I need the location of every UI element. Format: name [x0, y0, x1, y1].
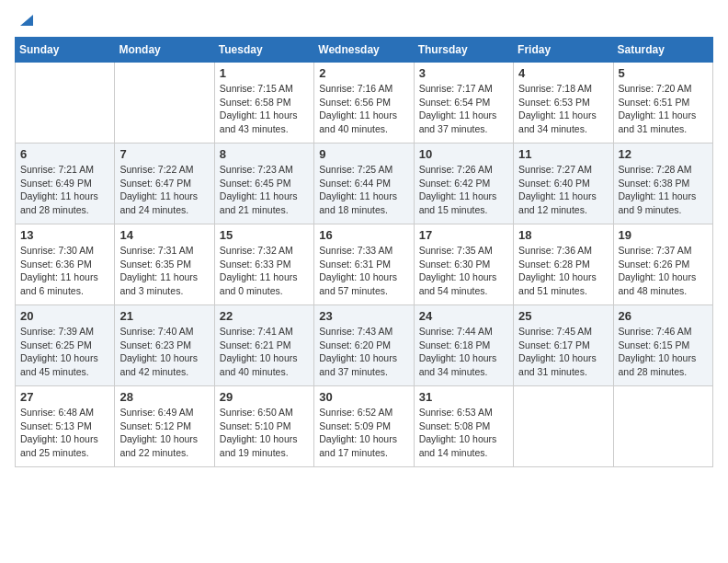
calendar-day-cell: 3Sunrise: 7:17 AM Sunset: 6:54 PM Daylig… — [414, 63, 513, 144]
day-number: 9 — [319, 147, 408, 161]
day-info: Sunrise: 7:23 AM Sunset: 6:45 PM Dayligh… — [220, 163, 309, 217]
day-info: Sunrise: 7:30 AM Sunset: 6:36 PM Dayligh… — [20, 244, 109, 298]
day-number: 15 — [220, 228, 309, 242]
day-number: 24 — [419, 309, 508, 323]
calendar-day-cell: 24Sunrise: 7:44 AM Sunset: 6:18 PM Dayli… — [414, 305, 513, 386]
calendar-day-cell: 4Sunrise: 7:18 AM Sunset: 6:53 PM Daylig… — [514, 63, 613, 144]
day-number: 26 — [619, 309, 708, 323]
calendar-day-cell: 14Sunrise: 7:31 AM Sunset: 6:35 PM Dayli… — [115, 224, 214, 305]
svg-marker-0 — [20, 15, 33, 26]
day-info: Sunrise: 7:33 AM Sunset: 6:31 PM Dayligh… — [319, 244, 408, 298]
day-number: 16 — [319, 228, 408, 242]
day-number: 23 — [319, 309, 408, 323]
day-info: Sunrise: 7:28 AM Sunset: 6:38 PM Dayligh… — [619, 163, 708, 217]
day-number: 10 — [419, 147, 508, 161]
day-info: Sunrise: 6:49 AM Sunset: 5:12 PM Dayligh… — [119, 406, 209, 460]
day-number: 14 — [119, 228, 209, 242]
day-info: Sunrise: 7:36 AM Sunset: 6:28 PM Dayligh… — [518, 244, 608, 298]
weekday-header-sunday: Sunday — [16, 38, 115, 63]
day-info: Sunrise: 7:44 AM Sunset: 6:18 PM Dayligh… — [419, 325, 508, 379]
day-info: Sunrise: 7:21 AM Sunset: 6:49 PM Dayligh… — [20, 163, 109, 217]
day-number: 22 — [220, 309, 309, 323]
day-number: 18 — [518, 228, 608, 242]
calendar-day-cell: 5Sunrise: 7:20 AM Sunset: 6:51 PM Daylig… — [613, 63, 712, 144]
calendar-empty-cell — [514, 386, 613, 467]
logo — [15, 15, 33, 28]
day-number: 2 — [319, 66, 408, 80]
weekday-header-wednesday: Wednesday — [314, 38, 414, 63]
calendar-empty-cell — [115, 63, 214, 144]
day-number: 4 — [518, 66, 608, 80]
day-info: Sunrise: 7:35 AM Sunset: 6:30 PM Dayligh… — [419, 244, 508, 298]
page-header — [15, 15, 713, 28]
day-number: 19 — [619, 228, 708, 242]
calendar-week-row: 13Sunrise: 7:30 AM Sunset: 6:36 PM Dayli… — [16, 224, 713, 305]
calendar-day-cell: 25Sunrise: 7:45 AM Sunset: 6:17 PM Dayli… — [514, 305, 613, 386]
day-number: 20 — [20, 309, 109, 323]
calendar-day-cell: 26Sunrise: 7:46 AM Sunset: 6:15 PM Dayli… — [613, 305, 712, 386]
calendar-day-cell: 12Sunrise: 7:28 AM Sunset: 6:38 PM Dayli… — [613, 144, 712, 224]
day-info: Sunrise: 7:18 AM Sunset: 6:53 PM Dayligh… — [518, 82, 608, 136]
day-number: 12 — [619, 147, 708, 161]
day-number: 13 — [20, 228, 109, 242]
day-number: 3 — [419, 66, 508, 80]
weekday-header-tuesday: Tuesday — [214, 38, 313, 63]
day-number: 31 — [419, 390, 508, 404]
weekday-header-saturday: Saturday — [613, 38, 712, 63]
day-number: 5 — [619, 66, 708, 80]
day-info: Sunrise: 7:45 AM Sunset: 6:17 PM Dayligh… — [518, 325, 608, 379]
day-info: Sunrise: 6:50 AM Sunset: 5:10 PM Dayligh… — [220, 406, 309, 460]
day-info: Sunrise: 7:41 AM Sunset: 6:21 PM Dayligh… — [220, 325, 309, 379]
day-info: Sunrise: 7:22 AM Sunset: 6:47 PM Dayligh… — [119, 163, 209, 217]
calendar-week-row: 27Sunrise: 6:48 AM Sunset: 5:13 PM Dayli… — [16, 386, 713, 467]
calendar-day-cell: 23Sunrise: 7:43 AM Sunset: 6:20 PM Dayli… — [314, 305, 414, 386]
calendar-day-cell: 7Sunrise: 7:22 AM Sunset: 6:47 PM Daylig… — [115, 144, 214, 224]
logo-triangle-icon — [17, 11, 33, 28]
day-info: Sunrise: 7:20 AM Sunset: 6:51 PM Dayligh… — [619, 82, 708, 136]
day-info: Sunrise: 7:43 AM Sunset: 6:20 PM Dayligh… — [319, 325, 408, 379]
day-number: 7 — [119, 147, 209, 161]
calendar-empty-cell — [613, 386, 712, 467]
day-info: Sunrise: 7:17 AM Sunset: 6:54 PM Dayligh… — [419, 82, 508, 136]
calendar-day-cell: 27Sunrise: 6:48 AM Sunset: 5:13 PM Dayli… — [16, 386, 115, 467]
day-info: Sunrise: 7:40 AM Sunset: 6:23 PM Dayligh… — [119, 325, 209, 379]
day-info: Sunrise: 7:25 AM Sunset: 6:44 PM Dayligh… — [319, 163, 408, 217]
calendar-empty-cell — [16, 63, 115, 144]
weekday-header-row: SundayMondayTuesdayWednesdayThursdayFrid… — [16, 38, 713, 63]
day-number: 30 — [319, 390, 408, 404]
calendar-day-cell: 22Sunrise: 7:41 AM Sunset: 6:21 PM Dayli… — [214, 305, 313, 386]
calendar-table: SundayMondayTuesdayWednesdayThursdayFrid… — [15, 37, 713, 467]
calendar-day-cell: 20Sunrise: 7:39 AM Sunset: 6:25 PM Dayli… — [16, 305, 115, 386]
day-info: Sunrise: 6:52 AM Sunset: 5:09 PM Dayligh… — [319, 406, 408, 460]
calendar-day-cell: 15Sunrise: 7:32 AM Sunset: 6:33 PM Dayli… — [214, 224, 313, 305]
day-info: Sunrise: 7:39 AM Sunset: 6:25 PM Dayligh… — [20, 325, 109, 379]
day-number: 21 — [119, 309, 209, 323]
day-number: 17 — [419, 228, 508, 242]
day-number: 6 — [20, 147, 109, 161]
calendar-day-cell: 29Sunrise: 6:50 AM Sunset: 5:10 PM Dayli… — [214, 386, 313, 467]
day-info: Sunrise: 6:48 AM Sunset: 5:13 PM Dayligh… — [20, 406, 109, 460]
day-info: Sunrise: 7:16 AM Sunset: 6:56 PM Dayligh… — [319, 82, 408, 136]
calendar-body: 1Sunrise: 7:15 AM Sunset: 6:58 PM Daylig… — [16, 63, 713, 467]
calendar-day-cell: 17Sunrise: 7:35 AM Sunset: 6:30 PM Dayli… — [414, 224, 513, 305]
calendar-day-cell: 18Sunrise: 7:36 AM Sunset: 6:28 PM Dayli… — [514, 224, 613, 305]
calendar-day-cell: 8Sunrise: 7:23 AM Sunset: 6:45 PM Daylig… — [214, 144, 313, 224]
calendar-day-cell: 21Sunrise: 7:40 AM Sunset: 6:23 PM Dayli… — [115, 305, 214, 386]
weekday-header-monday: Monday — [115, 38, 214, 63]
day-info: Sunrise: 7:27 AM Sunset: 6:40 PM Dayligh… — [518, 163, 608, 217]
calendar-day-cell: 16Sunrise: 7:33 AM Sunset: 6:31 PM Dayli… — [314, 224, 414, 305]
calendar-day-cell: 10Sunrise: 7:26 AM Sunset: 6:42 PM Dayli… — [414, 144, 513, 224]
calendar-day-cell: 19Sunrise: 7:37 AM Sunset: 6:26 PM Dayli… — [613, 224, 712, 305]
calendar-week-row: 1Sunrise: 7:15 AM Sunset: 6:58 PM Daylig… — [16, 63, 713, 144]
weekday-header-thursday: Thursday — [414, 38, 513, 63]
day-info: Sunrise: 7:37 AM Sunset: 6:26 PM Dayligh… — [619, 244, 708, 298]
calendar-header: SundayMondayTuesdayWednesdayThursdayFrid… — [16, 38, 713, 63]
calendar-day-cell: 28Sunrise: 6:49 AM Sunset: 5:12 PM Dayli… — [115, 386, 214, 467]
weekday-header-friday: Friday — [514, 38, 613, 63]
calendar-day-cell: 9Sunrise: 7:25 AM Sunset: 6:44 PM Daylig… — [314, 144, 414, 224]
day-number: 25 — [518, 309, 608, 323]
calendar-day-cell: 13Sunrise: 7:30 AM Sunset: 6:36 PM Dayli… — [16, 224, 115, 305]
day-info: Sunrise: 7:31 AM Sunset: 6:35 PM Dayligh… — [119, 244, 209, 298]
day-info: Sunrise: 7:15 AM Sunset: 6:58 PM Dayligh… — [220, 82, 309, 136]
calendar-day-cell: 11Sunrise: 7:27 AM Sunset: 6:40 PM Dayli… — [514, 144, 613, 224]
